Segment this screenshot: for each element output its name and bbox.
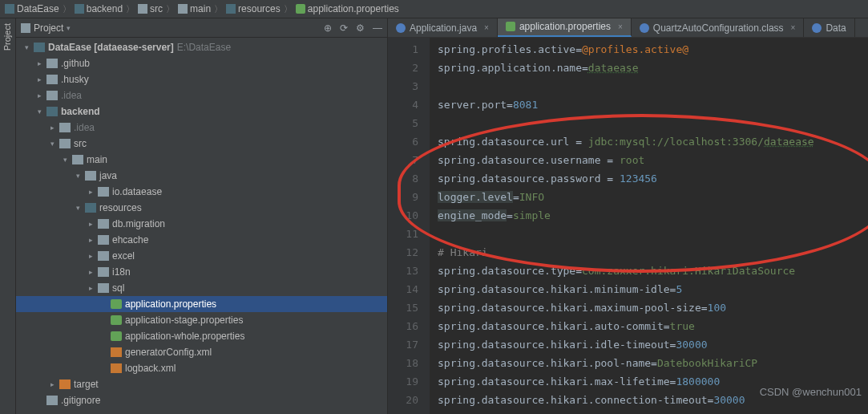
tree-item-backend[interactable]: ▾backend [16, 104, 387, 120]
line-number: 15 [388, 298, 430, 317]
expand-arrow-icon[interactable]: ▾ [35, 108, 43, 116]
tree-item-src[interactable]: ▾src [16, 136, 387, 152]
code-line-2[interactable]: spring.application.name=dataease [438, 59, 868, 77]
tree-item-dataease-dataease-server-[interactable]: ▾DataEase [dataease-server] E:\DataEase [16, 39, 387, 55]
props-icon [111, 331, 122, 341]
crumb-main[interactable]: main [178, 3, 211, 14]
crumb-label: application.properties [308, 3, 399, 14]
token-eq: = [601, 154, 620, 166]
tree-item--husky[interactable]: ▸.husky [16, 71, 387, 87]
tree-item-ehcache[interactable]: ▸ehcache [16, 232, 387, 248]
tree-item-main[interactable]: ▾main [16, 152, 387, 168]
project-toolwindow-tab[interactable]: Project [0, 18, 16, 414]
tree-item--gitignore[interactable]: .gitignore [16, 392, 387, 408]
close-icon[interactable]: × [484, 23, 489, 32]
tree-item-generatorconfig-xml[interactable]: generatorConfig.xml [16, 344, 387, 360]
code-line-3[interactable] [438, 77, 868, 95]
close-icon[interactable]: × [791, 23, 796, 32]
code-line-11[interactable] [438, 225, 868, 243]
expand-arrow-icon[interactable]: ▾ [74, 172, 82, 180]
tree-item--github[interactable]: ▸.github [16, 55, 387, 71]
code-editor[interactable]: spring.profiles.active=@profiles.active@… [430, 38, 868, 414]
tree-item-logback-xml[interactable]: logback.xml [16, 360, 387, 376]
dropdown-icon[interactable]: ▾ [67, 24, 71, 32]
tab-data[interactable]: Data [804, 18, 854, 37]
code-line-14[interactable]: spring.datasource.hikari.minimum-idle=5 [438, 280, 868, 298]
props-icon [296, 4, 305, 14]
code-line-4[interactable]: server.port=8081 [438, 95, 868, 114]
code-line-19[interactable]: spring.datasource.hikari.max-lifetime=18… [438, 372, 868, 391]
collapse-icon[interactable]: ― [373, 22, 382, 34]
tab-quartzautoconfiguration-class[interactable]: QuartzAutoConfiguration.class× [632, 18, 805, 37]
tree-item-java[interactable]: ▾java [16, 168, 387, 184]
tree-item-db-migration[interactable]: ▸db.migration [16, 216, 387, 232]
code-line-12[interactable]: # Hikari [438, 243, 868, 262]
code-line-9[interactable]: logger.level=INFO [438, 188, 868, 206]
crumb-dataease[interactable]: DataEase [5, 3, 59, 14]
expand-arrow-icon[interactable]: ▾ [48, 140, 56, 148]
close-icon[interactable]: × [618, 22, 623, 31]
code-line-5[interactable] [438, 114, 868, 132]
props-icon [506, 22, 515, 31]
tab-application-java[interactable]: Application.java× [388, 18, 498, 37]
expand-arrow-icon[interactable]: ▸ [48, 124, 56, 132]
tab-label: application.properties [519, 21, 611, 32]
line-number: 4 [388, 95, 430, 114]
expand-arrow-icon[interactable]: ▾ [22, 43, 30, 51]
expand-arrow-icon[interactable]: ▸ [87, 284, 95, 292]
editor-tabs[interactable]: Application.java×application.properties×… [388, 18, 868, 38]
crumb-backend[interactable]: backend [75, 3, 123, 14]
tab-application-properties[interactable]: application.properties× [498, 18, 632, 37]
code-line-13[interactable]: spring.datasource.type=com.zaxxer.hikari… [438, 262, 868, 280]
expand-arrow-icon[interactable]: ▸ [87, 236, 95, 244]
expand-arrow-icon[interactable]: ▸ [48, 380, 56, 388]
tree-item-excel[interactable]: ▸excel [16, 248, 387, 264]
code-line-6[interactable]: spring.datasource.url = jdbc:mysql://loc… [438, 132, 868, 151]
tree-item-application-stage-properties[interactable]: application-stage.properties [16, 312, 387, 328]
code-line-1[interactable]: spring.profiles.active=@profiles.active@ [438, 40, 868, 59]
expand-arrow-icon[interactable]: ▸ [87, 188, 95, 196]
code-line-18[interactable]: spring.datasource.hikari.pool-name=Dateb… [438, 354, 868, 372]
tree-item-sql[interactable]: ▸sql [16, 280, 387, 296]
tree-item-label: .husky [61, 74, 89, 85]
tree-item-resources[interactable]: ▾resources [16, 200, 387, 216]
code-line-10[interactable]: engine_mode=simple [438, 206, 868, 225]
expand-arrow-icon[interactable]: ▸ [87, 252, 95, 260]
locate-icon[interactable]: ⊕ [324, 22, 332, 34]
code-line-20[interactable]: spring.datasource.hikari.connection-time… [438, 391, 868, 409]
expand-arrow-icon[interactable]: ▸ [87, 268, 95, 276]
expand-arrow-icon[interactable]: ▸ [87, 220, 95, 228]
expand-arrow-icon[interactable]: ▾ [61, 156, 69, 164]
token-v: dataease [764, 136, 814, 148]
expand-arrow-icon[interactable]: ▸ [35, 75, 43, 83]
tree-item-i18n[interactable]: ▸i18n [16, 264, 387, 280]
crumb-src[interactable]: src [138, 3, 163, 14]
expand-arrow-icon[interactable]: ▸ [35, 59, 43, 67]
tree-item--idea[interactable]: ▸.idea [16, 87, 387, 104]
expand-arrow-icon[interactable]: ▾ [74, 204, 82, 212]
code-line-8[interactable]: spring.datasource.password = 123456 [438, 169, 868, 188]
token-k: engine_mode [438, 209, 507, 221]
tree-item-application-properties[interactable]: application.properties [16, 296, 387, 312]
tree-item-label: .idea [61, 90, 82, 101]
code-line-7[interactable]: spring.datasource.username = root [438, 151, 868, 169]
crumb-resources[interactable]: resources [226, 3, 281, 14]
tree-item-label: application.properties [125, 298, 216, 310]
expand-arrow-icon[interactable]: ▸ [35, 91, 43, 99]
code-line-15[interactable]: spring.datasource.hikari.maximum-pool-si… [438, 298, 868, 317]
tree-item-io-dataease[interactable]: ▸io.dataease [16, 184, 387, 200]
refresh-icon[interactable]: ⟳ [340, 22, 348, 34]
project-tree[interactable]: ▾DataEase [dataease-server] E:\DataEase▸… [16, 38, 387, 414]
folder-icon [98, 219, 109, 229]
gear-icon[interactable]: ⚙ [356, 22, 365, 34]
tree-item-target[interactable]: ▸target [16, 376, 387, 392]
tree-item-application-whole-properties[interactable]: application-whole.properties [16, 328, 387, 344]
tree-item--idea[interactable]: ▸.idea [16, 120, 387, 136]
line-number: 2 [388, 59, 430, 77]
orange-icon [59, 380, 71, 389]
token-k: spring.datasource.hikari.idle-timeout [438, 339, 670, 351]
code-line-17[interactable]: spring.datasource.hikari.idle-timeout=30… [438, 335, 868, 354]
folder-icon [98, 251, 109, 261]
code-line-16[interactable]: spring.datasource.hikari.auto-commit=tru… [438, 317, 868, 335]
crumb-application-properties[interactable]: application.properties [296, 3, 399, 14]
